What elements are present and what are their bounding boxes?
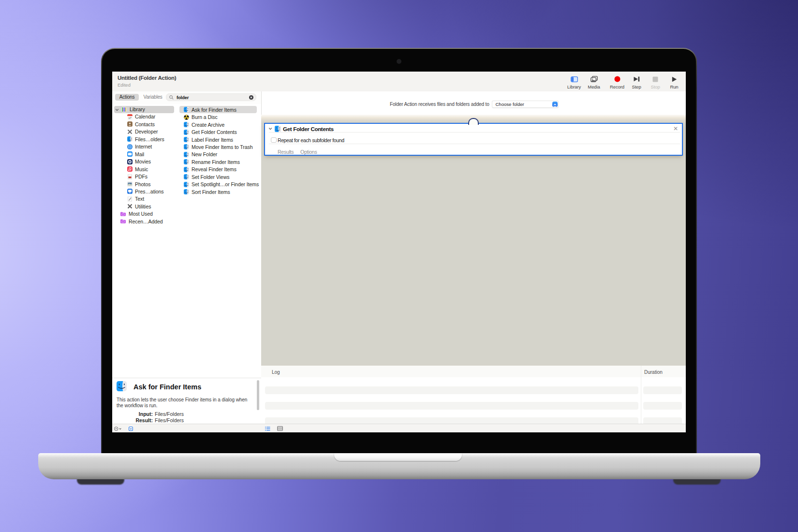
svg-text:17: 17 <box>128 116 132 119</box>
